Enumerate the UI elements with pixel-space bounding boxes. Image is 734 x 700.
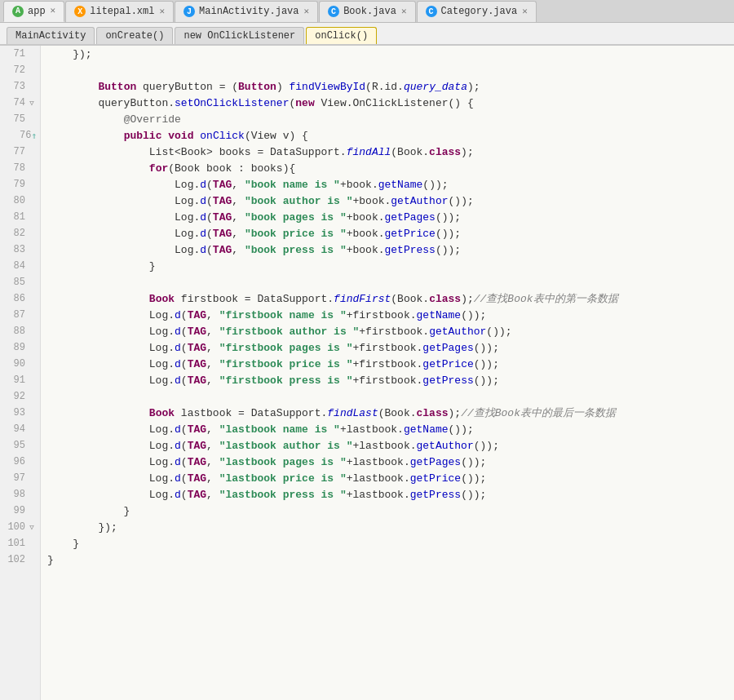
code-line-82: Log.d(TAG, "book price is "+book.getPric… xyxy=(47,225,734,241)
line-number-85: 85 xyxy=(0,274,40,290)
code-line-94: Log.d(TAG, "lastbook name is "+lastbook.… xyxy=(47,421,734,437)
line-number-93: 93 xyxy=(0,405,40,421)
method-tab-bar: MainActivity onCreate() new OnClickListe… xyxy=(0,23,734,46)
line-number-98: 98 xyxy=(0,486,40,503)
tab-icon-book: C xyxy=(328,6,339,17)
code-area[interactable]: }); Button queryButton = (Button) findVi… xyxy=(41,46,734,700)
code-line-102: } xyxy=(47,552,734,568)
method-tab-mainactivity[interactable]: MainActivity xyxy=(7,27,95,44)
tab-category[interactable]: C Category.java ✕ xyxy=(417,1,537,22)
line-number-94: 94 xyxy=(0,421,40,437)
line-number-99: 99 xyxy=(0,503,40,519)
code-line-86: Book firstbook = DataSupport.findFirst(B… xyxy=(47,290,734,307)
line-number-77: 77 xyxy=(0,144,40,160)
code-line-75: @Override xyxy=(47,111,734,127)
tab-icon-category: C xyxy=(426,6,437,17)
code-line-76: public void onClick(View v) { xyxy=(47,127,734,144)
tab-icon-litepal: X xyxy=(74,6,86,17)
line-number-80: 80 xyxy=(0,193,40,209)
code-line-96: Log.d(TAG, "lastbook pages is "+lastbook… xyxy=(47,454,734,470)
code-line-81: Log.d(TAG, "book pages is "+book.getPage… xyxy=(47,209,734,225)
code-line-72 xyxy=(47,62,734,78)
line-number-83: 83 xyxy=(0,241,40,258)
line-number-90: 90 xyxy=(0,356,40,372)
close-tab-mainactivity[interactable]: ✕ xyxy=(304,7,310,16)
tab-book[interactable]: C Book.java ✕ xyxy=(319,1,415,22)
tab-bar: A app ✕ X litepal.xml ✕ J MainActivity.j… xyxy=(0,0,734,23)
code-line-95: Log.d(TAG, "lastbook author is "+lastboo… xyxy=(47,437,734,454)
code-line-80: Log.d(TAG, "book author is "+book.getAut… xyxy=(47,193,734,209)
line-number-96: 96 xyxy=(0,454,40,470)
line-number-91: 91 xyxy=(0,372,40,388)
code-line-78: for(Book book : books){ xyxy=(47,160,734,176)
line-number-79: 79 xyxy=(0,176,40,193)
tab-label-mainactivity: MainActivity.java xyxy=(199,6,298,17)
close-tab-litepal[interactable]: ✕ xyxy=(159,7,165,16)
line-number-71: 71 xyxy=(0,46,40,62)
line-number-73: 73 xyxy=(0,78,40,95)
line-number-82: 82 xyxy=(0,225,40,241)
code-line-71: }); xyxy=(47,46,734,62)
close-tab-category[interactable]: ✕ xyxy=(522,7,528,16)
line-number-81: 81 xyxy=(0,209,40,225)
line-number-74: 74▽ xyxy=(0,95,40,111)
line-number-75: 75 xyxy=(0,111,40,127)
code-line-90: Log.d(TAG, "firstbook price is "+firstbo… xyxy=(47,356,734,372)
line-number-101: 101 xyxy=(0,535,40,552)
editor: 71 72 73 74▽ 75 76⇑ 77 78 79 80 81 82 83… xyxy=(0,46,734,700)
line-number-89: 89 xyxy=(0,339,40,356)
tab-label-book: Book.java xyxy=(343,6,396,17)
tab-icon-mainactivity: J xyxy=(184,6,195,17)
code-line-84: } xyxy=(47,258,734,274)
line-numbers: 71 72 73 74▽ 75 76⇑ 77 78 79 80 81 82 83… xyxy=(0,46,41,700)
code-line-88: Log.d(TAG, "firstbook author is "+firstb… xyxy=(47,323,734,339)
line-number-87: 87 xyxy=(0,307,40,323)
code-line-89: Log.d(TAG, "firstbook pages is "+firstbo… xyxy=(47,339,734,356)
line-number-76: 76⇑ xyxy=(0,127,40,144)
code-line-93: Book lastbook = DataSupport.findLast(Boo… xyxy=(47,405,734,421)
code-line-85 xyxy=(47,274,734,290)
method-tab-oncreate[interactable]: onCreate() xyxy=(96,27,173,44)
code-line-73: Button queryButton = (Button) findViewBy… xyxy=(47,78,734,95)
line-number-86: 86 xyxy=(0,290,40,307)
code-line-91: Log.d(TAG, "firstbook press is "+firstbo… xyxy=(47,372,734,388)
tab-app[interactable]: A app ✕ xyxy=(3,1,64,22)
line-number-100: 100▽ xyxy=(0,519,40,535)
code-line-99: } xyxy=(47,503,734,519)
line-number-97: 97 xyxy=(0,470,40,486)
close-tab-app[interactable]: ✕ xyxy=(51,7,56,16)
close-tab-book[interactable]: ✕ xyxy=(401,7,407,16)
code-line-100: }); xyxy=(47,519,734,535)
tab-label-category: Category.java xyxy=(441,6,518,17)
tab-mainactivity[interactable]: J MainActivity.java ✕ xyxy=(175,1,318,22)
tab-litepal[interactable]: X litepal.xml ✕ xyxy=(65,1,174,22)
tab-icon-app: A xyxy=(12,6,24,17)
line-number-95: 95 xyxy=(0,437,40,454)
code-line-101: } xyxy=(47,535,734,552)
code-line-79: Log.d(TAG, "book name is "+book.getName(… xyxy=(47,176,734,193)
code-line-97: Log.d(TAG, "lastbook price is "+lastbook… xyxy=(47,470,734,486)
code-line-98: Log.d(TAG, "lastbook press is "+lastbook… xyxy=(47,486,734,503)
code-line-92 xyxy=(47,388,734,405)
method-tab-onclicklistener[interactable]: new OnClickListener xyxy=(175,27,304,44)
tab-label-litepal: litepal.xml xyxy=(90,6,154,17)
line-number-88: 88 xyxy=(0,323,40,339)
code-line-74: queryButton.setOnClickListener(new View.… xyxy=(47,95,734,111)
line-number-78: 78 xyxy=(0,160,40,176)
method-tab-onclick[interactable]: onClick() xyxy=(306,27,377,44)
line-number-92: 92 xyxy=(0,388,40,405)
line-number-84: 84 xyxy=(0,258,40,274)
tab-label-app: app xyxy=(28,6,46,17)
line-number-102: 102 xyxy=(0,552,40,568)
code-line-83: Log.d(TAG, "book press is "+book.getPres… xyxy=(47,241,734,258)
code-line-77: List<Book> books = DataSupport.findAll(B… xyxy=(47,144,734,160)
line-number-72: 72 xyxy=(0,62,40,78)
code-line-87: Log.d(TAG, "firstbook name is "+firstboo… xyxy=(47,307,734,323)
